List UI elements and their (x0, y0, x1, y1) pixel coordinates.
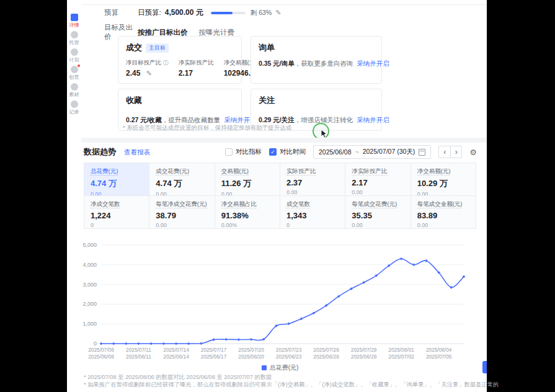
legend-swatch (262, 365, 267, 370)
compare-time-checkbox[interactable]: ✓ (269, 148, 277, 156)
svg-text:2025/07/29: 2025/07/29 (351, 347, 377, 353)
prev-period-button[interactable]: ‹ (439, 146, 450, 158)
sidebar-item-label: 素材 (68, 92, 81, 97)
metric-value: 4.74 万 (156, 178, 208, 189)
sidebar-item-creative[interactable]: 创意 (68, 66, 81, 80)
sidebar-item-records[interactable]: 记录 (68, 100, 81, 115)
metric-card-cost-per-order[interactable]: 每笔成交花费(元)35.350.00 (345, 196, 410, 228)
metric-value: 1,343 (286, 211, 339, 220)
metric-compare-value: 0.00 (352, 222, 404, 228)
metric-card-net-orders[interactable]: 净成交笔数1,2240 (84, 196, 149, 228)
goal-metric-actual-roi: 净实际投产比 2.17 (179, 59, 214, 78)
metric-label: 实际投产比 (286, 167, 316, 176)
goal-title: 询单 (259, 42, 275, 53)
svg-text:2025/06/08: 2025/06/08 (88, 354, 114, 360)
next-period-button[interactable]: › (450, 146, 461, 158)
metric-compare-value: 0.00 (156, 191, 208, 195)
metric-card-net-cost-per-order[interactable]: 每笔净成交花费(元)38.790.00 (149, 196, 214, 228)
budget-remaining: 剩 63% (251, 9, 272, 17)
section-divider (81, 138, 487, 143)
svg-text:2025/06/29: 2025/06/29 (351, 354, 377, 360)
goal-note: * 系统会尽可能达成您设置的目标，保持稳定投放有助于提升达成 (123, 124, 291, 132)
trend-section-title: 数据趋势 (84, 146, 116, 158)
metric-label: 净交易额占比 (221, 200, 257, 208)
check-icon: ✓ (270, 149, 275, 155)
edit-icon[interactable]: ✎ (146, 69, 152, 77)
view-report-link[interactable]: 查看报表 (124, 148, 150, 157)
svg-text:2025/06/20: 2025/06/20 (238, 354, 264, 360)
daily-budget-prefix: 日预算: (138, 8, 161, 17)
metric-card-amount-per-order[interactable]: 每笔成交金额(元)83.890.00 (411, 196, 476, 228)
sidebar-item-label: 记录 (68, 109, 81, 115)
adopt-enable-link[interactable]: 采纳并开启 (357, 116, 389, 123)
svg-text:2025/07/14: 2025/07/14 (163, 347, 189, 353)
metric-compare-value: 0.00 (286, 189, 339, 195)
compare-metric-checkbox[interactable]: ✓ (225, 148, 233, 156)
sidebar-item-hosting[interactable]: 托管 (68, 31, 81, 45)
adopt-enable-link[interactable]: 采纳并开启 (357, 60, 389, 67)
metric-compare-value: 0 (91, 222, 143, 228)
sidebar-item-plan[interactable]: 计划 (68, 48, 81, 63)
metric-card-deal-cost[interactable]: 成交花费(元)4.74 万0.00 (149, 163, 214, 195)
svg-text:2025/06/23: 2025/06/23 (276, 354, 302, 360)
svg-text:2025/07/11: 2025/07/11 (126, 347, 151, 353)
sidebar-item-label: 创意 (68, 74, 81, 80)
metric-card-net-roi[interactable]: 净实际投产比2.170.00 (345, 163, 410, 195)
sidebar-item-label: 托管 (68, 40, 81, 45)
chart-legend: 总花费(元) (84, 363, 476, 372)
compare-time-toggle[interactable]: ✓ 对比时间 (269, 148, 306, 156)
mouse-cursor-icon (321, 129, 328, 138)
edit-icon[interactable]: ✎ (275, 9, 281, 17)
floating-side-button[interactable] (482, 361, 487, 373)
metric-card-gmv[interactable]: 交易额(元)11.26 万0.00 (215, 163, 280, 195)
metric-label: 净实际投产比 (352, 167, 387, 176)
sidebar-item-material[interactable]: 素材 (68, 83, 81, 97)
metric-compare-value: 0.00 (352, 189, 404, 195)
date-range-picker[interactable]: 2025/06/08 ~ 2025/07/07 (30天) (313, 145, 431, 159)
gear-icon[interactable]: ⚙ (469, 148, 477, 157)
metric-card-orders[interactable]: 成交笔数1,3430 (280, 196, 345, 228)
sidebar-item-label: 计划 (68, 57, 81, 63)
metric-compare-value: 0 (286, 222, 339, 228)
metric-card-net-gmv-ratio[interactable]: 净交易额占比91.38%0.00% (215, 196, 280, 228)
creative-icon (71, 66, 78, 73)
metric-card-roi[interactable]: 实际投产比2.370.00 (280, 163, 345, 195)
screen: 详情 托管 计划 创意 素材 记录 预算 日预算: 4,500.00 元 (0, 0, 555, 392)
primary-goal-badge: 主目标 (146, 43, 169, 53)
goal-cards: 成交 主目标 净目标投产比 ⓘ 2.45 ✎ 净实际投产比 2.17 净交易额(… (118, 36, 382, 131)
metric-value: 2.37 (286, 178, 339, 187)
metric-compare-value: 0.00 (417, 222, 469, 228)
calendar-icon (419, 149, 425, 156)
metric-label: 净交易额(元) (417, 167, 451, 176)
sidebar-item-detail[interactable]: 详情 (68, 14, 81, 28)
svg-text:2025/06/26: 2025/06/26 (313, 354, 339, 360)
metric-label: 总花费(元) (91, 167, 118, 176)
svg-text:2025/06/11: 2025/06/11 (126, 354, 151, 360)
metric-label: 成交笔数 (286, 200, 310, 208)
metric-value: 11.26 万 (221, 178, 273, 189)
plan-icon (71, 48, 78, 56)
metric-compare-value: 0.00 (221, 191, 273, 195)
trend-controls: ✓ 对比指标 ✓ 对比时间 2025/06/08 ~ 2025/07/07 (3… (225, 145, 477, 159)
svg-text:2025/07/20: 2025/07/20 (238, 347, 264, 353)
metric-card-net-gmv[interactable]: 净交易额(元)10.29 万0.00 (411, 163, 476, 195)
svg-text:2025/06/17: 2025/06/17 (201, 354, 227, 360)
top-divider (81, 4, 487, 5)
goal-card-deal[interactable]: 成交 主目标 净目标投产比 ⓘ 2.45 ✎ 净实际投产比 2.17 净交易额(… (118, 36, 242, 84)
metric-grid: 总花费(元)4.74 万0.00 成交花费(元)4.74 万0.00 交易额(元… (84, 163, 476, 229)
metric-value: 38.79 (156, 211, 208, 220)
goal-card-inquiry: 询单 0.35 元/询单，获取更多意向咨询采纳并开启 (251, 36, 382, 84)
metric-card-total-cost[interactable]: 总花费(元)4.74 万0.00 (84, 163, 149, 195)
budget-progress-bar (211, 12, 246, 14)
compare-metric-toggle[interactable]: ✓ 对比指标 (225, 148, 262, 156)
goal-title: 关注 (259, 95, 275, 106)
budget-row: 预算 日预算: 4,500.00 元 剩 63% ✎ (104, 7, 281, 18)
date-start: 2025/06/08 (319, 148, 352, 156)
info-icon[interactable]: ⓘ (163, 60, 169, 66)
metric-label: 成交花费(元) (156, 167, 189, 176)
svg-text:2025/07/02: 2025/07/02 (388, 354, 414, 360)
svg-text:3,000: 3,000 (82, 282, 97, 288)
metric-compare-value: 0.00 (91, 191, 143, 195)
metric-label: 每笔成交金额(元) (417, 200, 463, 208)
metric-compare-value: 0.00% (221, 222, 273, 228)
